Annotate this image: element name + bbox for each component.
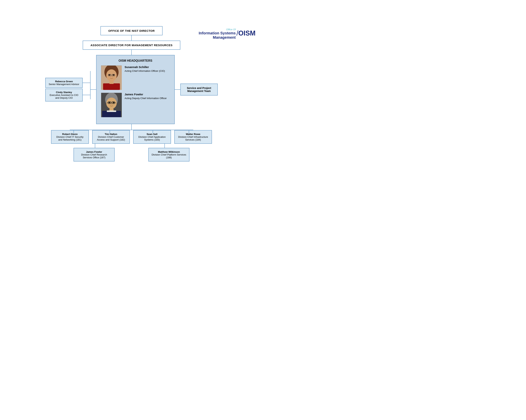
- sean-name: Sean Sell: [136, 133, 168, 136]
- cindy-connector-row: Cindy Stanley Executive Assistant to CIO…: [45, 88, 90, 101]
- svg-point-17: [113, 102, 114, 103]
- connector-v1: [131, 35, 132, 40]
- robert-title: Division Chief IT Security and Networkin…: [54, 136, 86, 141]
- nist-director-label: OFFICE OF THE NIST DIRECTOR: [108, 29, 155, 32]
- james-photo: [101, 93, 121, 117]
- james-fowler-r-title: Division Chief Research Services Office …: [77, 153, 112, 159]
- robert-glenn-box: Robert Glenn Division Chief IT Security …: [51, 130, 89, 144]
- associate-director-label: ASSOCIATE DIRECTOR FOR MANAGEMENT RESOUR…: [91, 44, 172, 47]
- bottom2-connector: [51, 144, 212, 148]
- rebecca-connector-row: Rebecca Green Senior Management Advisor: [45, 78, 90, 88]
- susannah-name: Susannah Schiller: [125, 65, 165, 68]
- svg-point-6: [113, 74, 114, 76]
- hq-person-susannah: Susannah Schiller Acting Chief Informati…: [101, 65, 170, 90]
- bottom-row-1: Robert Glenn Division Chief IT Security …: [51, 130, 212, 144]
- hq-box: OISM HEADQUARTERS: [96, 55, 175, 124]
- svg-rect-4: [110, 81, 113, 84]
- susannah-title: Acting Chief Information Officer (CIO): [125, 69, 165, 73]
- tick1: [73, 130, 74, 133]
- cindy-stanley-box: Cindy Stanley Executive Assistant to CIO…: [45, 88, 83, 101]
- sean-sell-box: Sean Sell Division Chief Application Sys…: [133, 130, 171, 144]
- rebecca-green-box: Rebecca Green Senior Management Advisor: [45, 78, 83, 88]
- susannah-info: Susannah Schiller Acting Chief Informati…: [125, 65, 165, 73]
- left-h-to-hq: [91, 89, 96, 90]
- service-project-line2: Management Team: [184, 89, 214, 93]
- bracket-v1: [90, 71, 91, 87]
- h-connector-rebecca: [83, 83, 90, 83]
- rebecca-name: Rebecca Green: [48, 80, 80, 83]
- right-h-to-box: [175, 89, 180, 90]
- tim-name: Tim Halton: [95, 133, 127, 136]
- hq-row: Rebecca Green Senior Management Advisor …: [45, 55, 218, 124]
- matthew-name: Matthew Wilkinson: [151, 150, 186, 153]
- svg-point-16: [109, 102, 110, 103]
- svg-point-5: [109, 74, 110, 76]
- v-sean-matthew: [164, 144, 165, 148]
- connector-v2: [131, 50, 132, 55]
- associate-director-box: ASSOCIATE DIRECTOR FOR MANAGEMENT RESOUR…: [83, 40, 180, 50]
- matthew-wilkinson-box: Matthew Wilkinson Division Chief Platfor…: [148, 148, 190, 162]
- james-title: Acting Deputy Chief Information Officer: [125, 97, 167, 100]
- walter-title: Division Chief Infrastructure Services (…: [177, 136, 209, 141]
- bottom-connector-area: [52, 124, 211, 130]
- matthew-title: Division Chief Platform Services (188): [151, 153, 186, 159]
- org-chart: OFFICE OF THE NIST DIRECTOR ASSOCIATE DI…: [4, 26, 259, 162]
- james-info: James Fowler Acting Deputy Chief Informa…: [125, 93, 167, 100]
- bottom-row-2: James Fowler Division Chief Research Ser…: [51, 148, 212, 162]
- tim-title: Division Chief Customer Access and Suppo…: [95, 136, 127, 141]
- h-connector-cindy: [83, 95, 90, 95]
- tim-halton-box: Tim Halton Division Chief Customer Acces…: [92, 130, 130, 144]
- svg-rect-15: [107, 110, 116, 112]
- james-name: James Fowler: [125, 93, 167, 96]
- cindy-title: Executive Assistant to CIO and Deputy CI…: [48, 94, 80, 99]
- tick4: [189, 130, 189, 133]
- cindy-name: Cindy Stanley: [48, 91, 80, 94]
- susannah-photo: [101, 65, 121, 90]
- tick2: [110, 130, 110, 133]
- spacer: [51, 144, 212, 148]
- james-fowler-r-name: James Fowler: [77, 150, 112, 153]
- left-side: Rebecca Green Senior Management Advisor …: [45, 78, 90, 101]
- v-connector-to-bottom: [131, 124, 132, 130]
- robert-name: Robert Glenn: [54, 133, 86, 136]
- svg-point-12: [106, 98, 117, 109]
- nist-director-box: OFFICE OF THE NIST DIRECTOR: [101, 26, 162, 35]
- service-project-box: Service and Project Management Team: [180, 84, 218, 96]
- service-project-line1: Service and Project: [184, 87, 214, 89]
- rebecca-title: Senior Management Advisor: [48, 83, 80, 86]
- v-tim-james: [95, 144, 95, 148]
- page: Office Of Information Systems Management…: [4, 26, 259, 162]
- walter-rowe-box: Walter Rowe Division Chief Infrastructur…: [174, 130, 212, 144]
- svg-point-2: [106, 69, 117, 81]
- walter-name: Walter Rowe: [177, 133, 209, 136]
- sean-title: Division Chief Application Systems (183): [136, 136, 168, 141]
- h-connector-bottom: [70, 130, 193, 130]
- tick3: [153, 130, 153, 133]
- hq-person-james: James Fowler Acting Deputy Chief Informa…: [101, 93, 170, 117]
- svg-rect-3: [103, 83, 120, 90]
- james-fowler-research-box: James Fowler Division Chief Research Ser…: [73, 148, 115, 162]
- hq-title: OISM HEADQUARTERS: [101, 59, 170, 62]
